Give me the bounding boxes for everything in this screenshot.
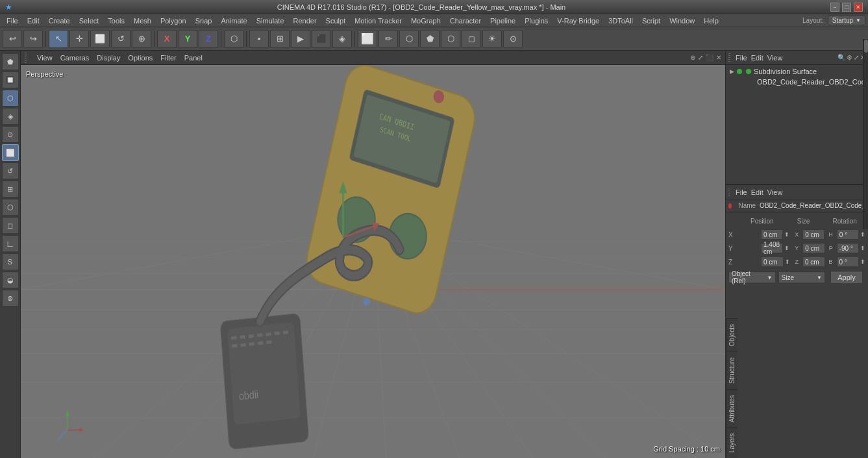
pencil-button[interactable]: ✏ (378, 30, 398, 48)
tool-selection[interactable]: ⬟ (2, 53, 19, 70)
h-rotation-field[interactable]: 0 ° (837, 229, 859, 240)
tool-knife[interactable]: ∟ (2, 235, 19, 252)
tool-spline-wrap[interactable]: ◒ (2, 272, 19, 288)
viewport-menu-filter[interactable]: Filter (160, 54, 176, 62)
spline-button[interactable]: ⬡ (399, 30, 419, 48)
panel-settings-icon[interactable]: ⚙ (847, 54, 852, 61)
light-button[interactable]: ☀ (482, 30, 502, 48)
maximize-button[interactable]: □ (842, 3, 851, 12)
tool-polygon[interactable]: ⬡ (2, 90, 19, 107)
attr-file-menu[interactable]: File (736, 188, 747, 196)
viewport-anim-button[interactable]: ▶ (291, 30, 310, 48)
rotate-tool-button[interactable]: ↺ (111, 30, 130, 48)
menu-window[interactable]: Window (665, 16, 699, 26)
size-dropdown[interactable]: Size ▼ (778, 272, 826, 283)
tab-attributes[interactable]: Attributes (726, 389, 738, 427)
viewport-single-button[interactable]: ▪ (249, 30, 269, 48)
tree-item-subdivision[interactable]: ▶ Subdivision Surface (727, 66, 867, 77)
x-axis-button[interactable]: X (157, 30, 177, 48)
menu-sculpt[interactable]: Sculpt (322, 16, 350, 26)
apply-button[interactable]: Apply (830, 271, 863, 284)
viewport-render-button[interactable]: ⬛ (312, 30, 331, 48)
x-pos-field[interactable]: 0 cm (761, 229, 783, 240)
viewport-expand-icon[interactable]: ⤢ (698, 54, 703, 61)
tool-rotate[interactable]: ↺ (2, 162, 19, 179)
z-size-field[interactable]: 0 cm (802, 257, 825, 267)
viewport-4-button[interactable]: ⊞ (270, 30, 290, 48)
p-step[interactable]: ⬆ (860, 245, 865, 251)
menu-render[interactable]: Render (290, 16, 321, 26)
menu-3dtoall[interactable]: 3DToAll (604, 16, 637, 26)
tool-bevel[interactable]: ◻ (2, 217, 19, 234)
x-pos-step[interactable]: ⬆ (784, 231, 789, 238)
z-axis-button[interactable]: Z (199, 30, 218, 48)
panel-edit-menu[interactable]: Edit (751, 54, 763, 62)
tool-paint[interactable]: 🔲 (2, 71, 19, 88)
viewport-interactive-render-button[interactable]: ◈ (332, 30, 352, 48)
camera-button[interactable]: ⊙ (503, 30, 523, 48)
h-step[interactable]: ⬆ (860, 231, 865, 238)
viewport-menu-options[interactable]: Options (128, 54, 153, 62)
layout-dropdown[interactable]: Startup ▼ (828, 16, 865, 25)
move-tool-button[interactable]: ✛ (69, 30, 89, 48)
viewport-menu-panel[interactable]: Panel (184, 54, 203, 62)
panel-search-icon[interactable]: 🔍 (837, 54, 845, 61)
nurbs-button[interactable]: ⬟ (420, 30, 440, 48)
menu-edit[interactable]: Edit (23, 16, 43, 26)
menu-select[interactable]: Select (75, 16, 103, 26)
tool-point[interactable]: ⊙ (2, 126, 19, 143)
object-panel-scrollbar[interactable] (863, 39, 868, 229)
viewport-close-icon[interactable]: ✕ (716, 54, 721, 61)
transform-tool-button[interactable]: ⊕ (132, 30, 151, 48)
tab-structure[interactable]: Structure (726, 351, 738, 389)
tool-scale[interactable]: ⊞ (2, 181, 19, 197)
coord-dropdown[interactable]: Object (Rel) ▼ (728, 272, 776, 283)
menu-plugins[interactable]: Plugins (521, 16, 552, 26)
tab-layers[interactable]: Layers (726, 427, 738, 458)
tool-s[interactable]: S (2, 253, 19, 270)
attr-edit-menu[interactable]: Edit (751, 188, 763, 196)
y-size-field[interactable]: 0 cm (802, 243, 825, 253)
attr-view-menu[interactable]: View (767, 188, 783, 196)
viewport-menu-cameras[interactable]: Cameras (60, 54, 90, 62)
b-rotation-field[interactable]: 0 ° (837, 257, 860, 267)
tool-extrude[interactable]: ⬡ (2, 199, 19, 216)
subdivision-render-dot[interactable] (746, 69, 751, 74)
select-tool-button[interactable]: ↖ (49, 30, 68, 48)
deformer-button[interactable]: ⬡ (441, 30, 460, 48)
panel-view-menu[interactable]: View (767, 54, 783, 62)
menu-motion-tracker[interactable]: Motion Tracker (351, 16, 406, 26)
close-button[interactable]: ✕ (854, 3, 863, 12)
menu-pipeline[interactable]: Pipeline (486, 16, 519, 26)
viewport-menu-view[interactable]: View (37, 54, 53, 62)
minimize-button[interactable]: − (830, 3, 839, 12)
viewport-menu-display[interactable]: Display (97, 54, 120, 62)
tool-move[interactable]: ⬜ (2, 144, 19, 161)
cube-button[interactable]: ⬜ (358, 30, 377, 48)
p-rotation-field[interactable]: -90 ° (837, 243, 859, 253)
redo-button[interactable]: ↪ (23, 30, 43, 48)
menu-character[interactable]: Character (446, 16, 485, 26)
menu-mograph[interactable]: MoGraph (407, 16, 445, 26)
scale-tool-button[interactable]: ⬜ (90, 30, 110, 48)
menu-tools[interactable]: Tools (104, 16, 129, 26)
z-pos-field[interactable]: 0 cm (761, 257, 784, 267)
menu-snap[interactable]: Snap (192, 16, 216, 26)
tree-item-obd2[interactable]: OBD2_Code_Reader_OBD2_Code_f (738, 77, 867, 87)
tab-objects[interactable]: Objects (726, 318, 738, 351)
b-step[interactable]: ⬆ (860, 259, 865, 265)
subdivision-visibility-dot[interactable] (737, 69, 742, 74)
panel-file-menu[interactable]: File (736, 54, 747, 62)
menu-mesh[interactable]: Mesh (130, 16, 155, 26)
z-pos-step[interactable]: ⬆ (785, 259, 790, 265)
y-axis-button[interactable]: Y (178, 30, 197, 48)
menu-vray-bridge[interactable]: V-Ray Bridge (553, 16, 603, 26)
tool-subdivide[interactable]: ⊗ (2, 290, 19, 307)
menu-file[interactable]: File (3, 16, 22, 26)
local-coord-button[interactable]: ⬡ (224, 30, 243, 48)
viewport-layout-icon[interactable]: ⬛ (706, 54, 713, 61)
menu-help[interactable]: Help (700, 16, 723, 26)
menu-animate[interactable]: Animate (217, 16, 251, 26)
x-size-field[interactable]: 0 cm (802, 229, 825, 240)
viewport-zoom-fit-icon[interactable]: ⊕ (690, 54, 695, 61)
